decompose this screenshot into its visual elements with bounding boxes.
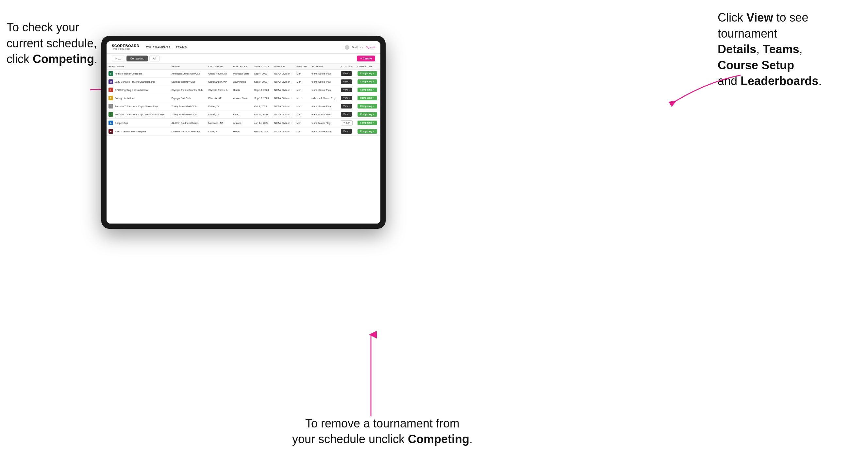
competing-button[interactable]: Competing ✓ bbox=[358, 88, 377, 92]
td-gender: Men bbox=[294, 70, 309, 78]
td-hosted bbox=[231, 102, 252, 111]
ann-details-bold: Details bbox=[718, 42, 756, 56]
brand-logo: SCOREBOARD Powered by clippi bbox=[112, 44, 139, 50]
td-gender: Men bbox=[294, 86, 309, 94]
ann-comma2: , bbox=[799, 42, 802, 56]
td-start: Feb 15, 2024 bbox=[252, 127, 272, 136]
table-body: S Folds of Honor Collegiate American Dun… bbox=[106, 70, 380, 136]
td-scoring: team, Match Play bbox=[309, 111, 339, 119]
ann-bottom-period: . bbox=[469, 432, 472, 446]
td-scoring: team, Stroke Play bbox=[309, 78, 339, 86]
competing-button[interactable]: Competing ✓ bbox=[358, 129, 377, 134]
ann-period: . bbox=[818, 74, 822, 88]
ann-teams-bold: Teams bbox=[760, 42, 799, 56]
td-city: Maricopa, AZ bbox=[206, 119, 231, 127]
competing-button[interactable]: Competing ✓ bbox=[358, 121, 377, 125]
ann-view-bold: View bbox=[746, 11, 773, 24]
competing-button[interactable]: Competing ✓ bbox=[358, 96, 377, 100]
td-competing: Competing ✓ bbox=[355, 78, 380, 86]
ann-tournament: tournament bbox=[718, 27, 777, 40]
filter-tabs: Ho... Competing All bbox=[112, 56, 160, 61]
td-gender: Men bbox=[294, 119, 309, 127]
view-button[interactable]: View ℹ bbox=[341, 71, 352, 76]
col-venue: VENUE bbox=[169, 64, 206, 70]
competing-button[interactable]: Competing ✓ bbox=[358, 112, 377, 117]
td-venue: Papago Golf Club bbox=[169, 94, 206, 102]
view-button[interactable]: View ℹ bbox=[341, 104, 352, 108]
tab-competing[interactable]: Competing bbox=[126, 56, 148, 61]
ann-coursesetup-bold: Course Setup bbox=[718, 59, 794, 72]
td-actions: View ℹ bbox=[339, 127, 355, 136]
ann-bottom-line2: your schedule unclick bbox=[292, 432, 408, 446]
view-button[interactable]: View ℹ bbox=[341, 112, 352, 117]
td-start: Sep 15, 2023 bbox=[252, 86, 272, 94]
nav-signout[interactable]: Sign out bbox=[366, 46, 375, 49]
td-competing: Competing ✓ bbox=[355, 119, 380, 127]
nav-bar: SCOREBOARD Powered by clippi TOURNAMENTS… bbox=[106, 41, 380, 54]
annotation-line3: click bbox=[6, 52, 33, 66]
table-row: S Folds of Honor Collegiate American Dun… bbox=[106, 70, 380, 78]
td-event-name: J Jackson T. Stephens Cup – Men's Match … bbox=[106, 111, 169, 119]
td-division: NCAA Division I bbox=[272, 127, 294, 136]
td-event-name: H John A. Burns Intercollegiate bbox=[106, 127, 169, 136]
td-scoring: individual, Stroke Play bbox=[309, 94, 339, 102]
ann-leaderboards-bold: Leaderboards bbox=[741, 74, 818, 88]
tab-home[interactable]: Ho... bbox=[112, 56, 125, 61]
view-button[interactable]: View ℹ bbox=[341, 80, 352, 84]
td-city: Phoenix, AZ bbox=[206, 94, 231, 102]
tab-all[interactable]: All bbox=[149, 56, 160, 61]
td-start: Sep 4, 2023 bbox=[252, 70, 272, 78]
td-hosted: Arizona bbox=[231, 119, 252, 127]
view-button[interactable]: View ℹ bbox=[341, 96, 352, 100]
create-button[interactable]: + Create bbox=[357, 56, 375, 61]
td-division: NCAA Division I bbox=[272, 94, 294, 102]
td-hosted: Washington bbox=[231, 78, 252, 86]
tablet-device: SCOREBOARD Powered by clippi TOURNAMENTS… bbox=[101, 36, 385, 229]
td-actions: View ℹ bbox=[339, 78, 355, 86]
td-hosted: Michigan State bbox=[231, 70, 252, 78]
td-actions: View ℹ bbox=[339, 94, 355, 102]
td-venue: Ak-Chin Southern Dunes bbox=[169, 119, 206, 127]
col-competing: COMPETING bbox=[355, 64, 380, 70]
td-actions: ✏ Edit bbox=[339, 119, 355, 127]
view-button[interactable]: View ℹ bbox=[341, 129, 352, 134]
td-division: NCAA Division I bbox=[272, 119, 294, 127]
col-division: DIVISION bbox=[272, 64, 294, 70]
competing-button[interactable]: Competing ✓ bbox=[358, 104, 377, 108]
td-scoring: team, Stroke Play bbox=[309, 86, 339, 94]
table-row: A Copper Cup Ak-Chin Southern DunesMaric… bbox=[106, 119, 380, 127]
td-competing: Competing ✓ bbox=[355, 70, 380, 78]
td-city: Grand Haven, MI bbox=[206, 70, 231, 78]
td-scoring: team, Stroke Play bbox=[309, 102, 339, 111]
td-start: Sep 18, 2023 bbox=[252, 94, 272, 102]
td-actions: View ℹ bbox=[339, 111, 355, 119]
edit-button[interactable]: ✏ Edit bbox=[341, 120, 352, 125]
competing-button[interactable]: Competing ✓ bbox=[358, 71, 377, 76]
ann-and: and bbox=[718, 74, 741, 88]
nav-teams[interactable]: TEAMS bbox=[176, 46, 187, 49]
td-city: Lihue, HI bbox=[206, 127, 231, 136]
td-competing: Competing ✓ bbox=[355, 102, 380, 111]
td-competing: Competing ✓ bbox=[355, 127, 380, 136]
annotation-line1: To check your bbox=[6, 21, 79, 34]
td-city: Dallas, TX bbox=[206, 111, 231, 119]
td-competing: Competing ✓ bbox=[355, 94, 380, 102]
td-gender: Men bbox=[294, 94, 309, 102]
nav-tournaments[interactable]: TOURNAMENTS bbox=[146, 46, 170, 49]
td-gender: Men bbox=[294, 111, 309, 119]
col-gender: GENDER bbox=[294, 64, 309, 70]
td-gender: Men bbox=[294, 102, 309, 111]
td-division: NCAA Division I bbox=[272, 102, 294, 111]
nav-user: Test User bbox=[352, 46, 363, 49]
td-venue: Trinity Forest Golf Club bbox=[169, 102, 206, 111]
td-venue: American Dunes Golf Club bbox=[169, 70, 206, 78]
table-row: J Jackson T. Stephens Cup – Men's Match … bbox=[106, 111, 380, 119]
td-event-name: S Folds of Honor Collegiate bbox=[106, 70, 169, 78]
annotation-topright: Click View to see tournament Details, Te… bbox=[718, 10, 862, 89]
td-scoring: team, Stroke Play bbox=[309, 127, 339, 136]
competing-button[interactable]: Competing ✓ bbox=[358, 80, 377, 84]
annotation-bottom: To remove a tournament from your schedul… bbox=[268, 416, 497, 447]
view-button[interactable]: View ℹ bbox=[341, 88, 352, 92]
col-scoring: SCORING bbox=[309, 64, 339, 70]
table-header-row: EVENT NAME VENUE CITY, STATE HOSTED BY S… bbox=[106, 64, 380, 70]
